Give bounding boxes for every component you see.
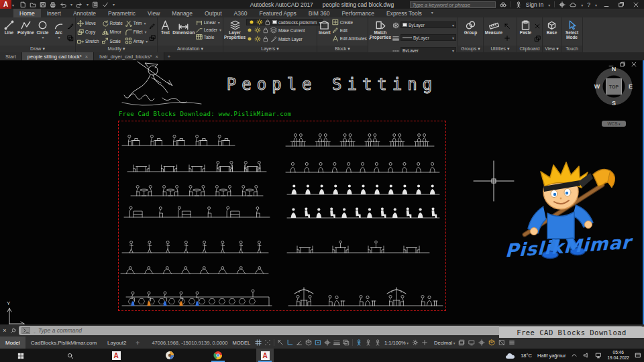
rotate-item[interactable]: Rotate: [102, 19, 123, 27]
sign-in-caret[interactable]: [547, 1, 550, 8]
person-icon[interactable]: [365, 339, 372, 346]
viewcube-west[interactable]: W: [593, 83, 601, 90]
start-button[interactable]: [12, 349, 30, 362]
redo-icon[interactable]: [76, 1, 83, 8]
measure-tool[interactable]: Measure: [485, 19, 502, 36]
dimension-tool[interactable]: Dimension: [173, 19, 195, 36]
toolbar-options-caret[interactable]: [112, 2, 115, 7]
polar-icon[interactable]: [296, 339, 303, 346]
grid-icon[interactable]: [255, 339, 262, 346]
app-menu-caret[interactable]: [11, 1, 14, 8]
ribbon-display-caret[interactable]: [431, 9, 433, 17]
wcs-dropdown[interactable]: WCS: [602, 121, 626, 127]
edit-item[interactable]: Edit: [332, 27, 371, 34]
lineweight-icon[interactable]: [333, 339, 340, 346]
layer-properties-tool[interactable]: Layer Properties: [225, 19, 245, 40]
color-wheel-icon[interactable]: [392, 19, 399, 31]
panel-label-view[interactable]: View ▾: [543, 46, 561, 52]
help-caret[interactable]: [594, 1, 597, 8]
quick-select-icon[interactable]: [504, 19, 511, 32]
lineweight-dropdown[interactable]: ByLayer: [400, 34, 456, 41]
copy-item[interactable]: Copy: [77, 27, 99, 36]
panel-label-clipboard[interactable]: Clipboard: [517, 46, 542, 52]
undo-caret[interactable]: [70, 2, 72, 7]
network-icon[interactable]: [595, 352, 602, 359]
cycle-icon[interactable]: [458, 339, 465, 346]
point-icon[interactable]: [504, 32, 511, 44]
snapgrid-icon[interactable]: [264, 339, 271, 346]
viewcube-south[interactable]: S: [610, 100, 618, 107]
make-current-row[interactable]: Make Current: [246, 26, 323, 34]
viewcube-top-face[interactable]: TOP: [606, 78, 622, 95]
panel-label-touch[interactable]: Touch: [561, 46, 582, 52]
insert-item[interactable]: Insert: [41, 9, 67, 17]
taskbar-clock[interactable]: 05:46 19.04.2022: [607, 350, 629, 361]
workspace-gear-icon[interactable]: [412, 339, 419, 346]
gradient-icon[interactable]: [67, 32, 74, 44]
panel-label-modify[interactable]: Modify ▾: [76, 46, 157, 52]
parametric-item[interactable]: Parametric: [102, 9, 142, 17]
minimize-button[interactable]: [601, 1, 612, 8]
scale-item[interactable]: Scale: [102, 37, 123, 46]
new-layout-button[interactable]: [136, 340, 140, 346]
drawing-canvas[interactable]: People Sitting Free Cad Blocks Download:…: [0, 60, 644, 324]
fillet-item[interactable]: Fillet: [125, 27, 148, 36]
array-item[interactable]: Array: [125, 37, 148, 46]
monitor-icon[interactable]: [468, 339, 475, 346]
person-icon[interactable]: [356, 339, 362, 346]
trim-item[interactable]: Trim: [125, 19, 148, 27]
recent-commands-caret[interactable]: [33, 324, 36, 337]
line-item[interactable]: Line: [1, 19, 17, 36]
bim-360-item[interactable]: BIM 360: [303, 9, 336, 17]
text-tool[interactable]: Text: [159, 19, 172, 36]
annotation-scale-button[interactable]: 1:1/100%: [384, 340, 409, 346]
close-tab-icon[interactable]: [85, 54, 88, 60]
workspace-check-icon[interactable]: [102, 1, 109, 8]
viewcube[interactable]: N S W E TOP: [593, 66, 635, 107]
transp-icon[interactable]: [343, 339, 350, 346]
otrack-icon[interactable]: [478, 339, 485, 346]
leader-item[interactable]: Leader: [196, 26, 221, 33]
plot-icon[interactable]: [50, 1, 56, 8]
sign-in-button[interactable]: Sign In: [526, 1, 543, 8]
ortho-icon[interactable]: [286, 339, 293, 346]
iso-icon[interactable]: [488, 339, 495, 346]
panel-label-block[interactable]: Block ▾: [317, 46, 368, 52]
lineweight-icon[interactable]: [392, 32, 399, 44]
close-button[interactable]: [631, 1, 641, 8]
group-tool[interactable]: Group: [462, 19, 480, 36]
table-item[interactable]: Table: [196, 34, 221, 40]
a360-cloud-icon[interactable]: [570, 1, 576, 8]
viewcube-east[interactable]: E: [627, 83, 635, 90]
volume-icon[interactable]: [583, 352, 590, 359]
featured-apps-item[interactable]: Featured Apps: [253, 9, 302, 17]
match-layer-row[interactable]: Match Layer: [246, 35, 323, 43]
stretch-item[interactable]: Stretch: [77, 37, 99, 46]
taskbar-paint-app[interactable]: [161, 349, 178, 362]
hair-dryer-cad-blocks-item[interactable]: hair_dryer_cad_blocks*: [94, 52, 164, 60]
tray-overflow-icon[interactable]: [571, 352, 578, 359]
save-icon[interactable]: [40, 1, 46, 8]
weather-description[interactable]: Hafif yağmur: [537, 353, 566, 359]
autocad-logo-menu[interactable]: A: [0, 0, 11, 9]
taskbar-autocad-2-active[interactable]: A: [256, 349, 274, 362]
search-icon[interactable]: [500, 1, 506, 8]
annotate-item[interactable]: Annotate: [67, 9, 102, 17]
dyn-icon[interactable]: [277, 339, 284, 346]
output-item[interactable]: Output: [199, 9, 228, 17]
restore-button[interactable]: [616, 1, 627, 8]
a360-item[interactable]: A360: [228, 9, 254, 17]
redo-caret[interactable]: [86, 2, 89, 7]
layer-dropdown[interactable]: cadblocks.pislikmim: [246, 19, 323, 25]
exchange-apps-icon[interactable]: [559, 1, 566, 8]
linear-item[interactable]: Linear: [196, 19, 221, 25]
color-dropdown[interactable]: ByLayer: [400, 21, 456, 28]
undo-icon[interactable]: [60, 1, 66, 8]
taskbar-chrome[interactable]: [209, 349, 227, 362]
create-item[interactable]: Create: [332, 19, 371, 25]
osnap-icon[interactable]: [315, 339, 321, 346]
panel-label-layers[interactable]: Layers ▾: [223, 46, 317, 52]
erase-icon[interactable]: [149, 19, 156, 32]
new-drawing-button[interactable]: [164, 52, 174, 60]
performance-item[interactable]: Performance: [335, 9, 380, 17]
